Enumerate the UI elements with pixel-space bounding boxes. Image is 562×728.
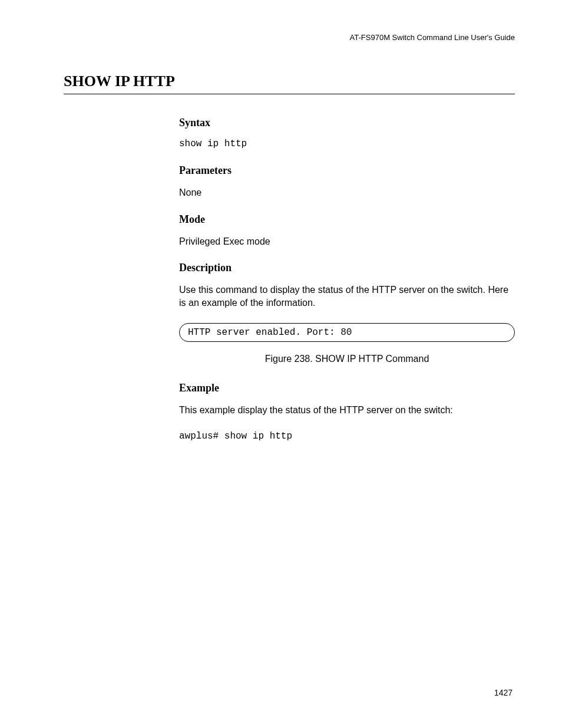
output-text: HTTP server enabled. Port: 80 — [188, 327, 506, 338]
output-box: HTTP server enabled. Port: 80 — [179, 323, 515, 342]
page-title: SHOW IP HTTP — [64, 73, 515, 94]
mode-heading: Mode — [179, 213, 515, 226]
description-text: Use this command to display the status o… — [179, 284, 515, 309]
example-code: awplus# show ip http — [179, 431, 515, 442]
parameters-heading: Parameters — [179, 164, 515, 177]
page-number: 1427 — [494, 688, 513, 697]
description-heading: Description — [179, 262, 515, 274]
mode-text: Privileged Exec mode — [179, 235, 515, 248]
example-heading: Example — [179, 382, 515, 394]
content-area: Syntax show ip http Parameters None Mode… — [64, 117, 515, 442]
syntax-heading: Syntax — [179, 117, 515, 129]
figure-caption: Figure 238. SHOW IP HTTP Command — [179, 354, 515, 364]
example-text: This example display the status of the H… — [179, 404, 515, 417]
parameters-text: None — [179, 186, 515, 199]
running-head: AT-FS970M Switch Command Line User's Gui… — [64, 33, 515, 42]
syntax-code: show ip http — [179, 139, 515, 149]
